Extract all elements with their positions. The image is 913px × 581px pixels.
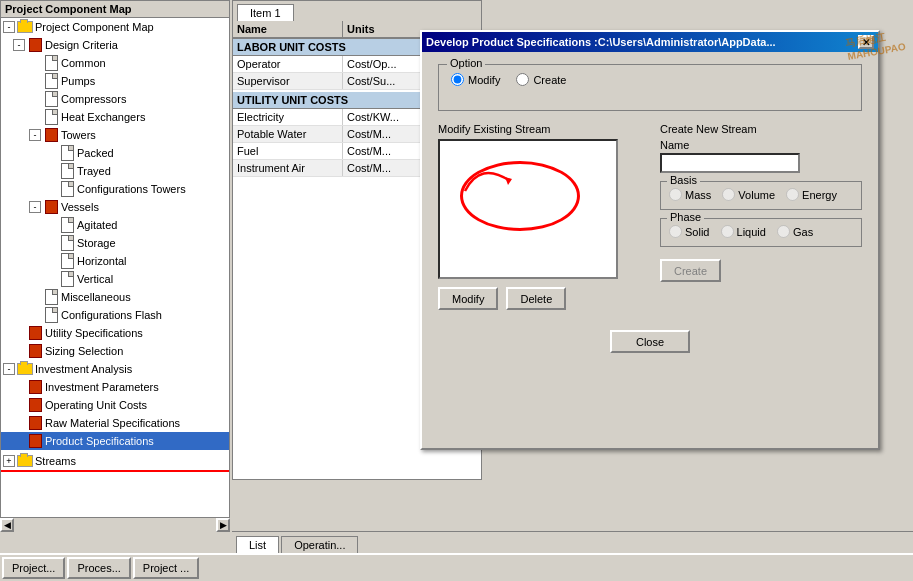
project2-taskbar-btn[interactable]: Project ... [133,557,199,579]
solid-radio [669,225,682,238]
modal-close-button[interactable]: ✕ [858,35,874,49]
stream-name-input[interactable] [660,153,800,173]
project-taskbar-btn[interactable]: Project... [2,557,65,579]
process-taskbar-btn[interactable]: Proces... [67,557,130,579]
stream-annotation-svg [440,141,616,277]
close-button-row: Close [438,330,862,353]
create-radio[interactable] [516,73,529,86]
modify-option[interactable]: Modify [451,73,500,86]
create-btn-container: Create [660,259,862,282]
operating-tab[interactable]: Operatin... [281,536,358,553]
bottom-tabs-bar: List Operatin... [232,531,913,553]
volume-option[interactable]: Volume [722,188,775,201]
phase-label: Phase [667,211,704,223]
modal-title: Develop Product Specifications :C:\Users… [426,36,776,48]
close-button[interactable]: Close [610,330,690,353]
mass-radio [669,188,682,201]
mass-option[interactable]: Mass [669,188,711,201]
option-radio-group: Modify Create [451,73,849,86]
svg-marker-0 [505,177,512,185]
create-button[interactable]: Create [660,259,721,282]
option-label: Option [447,57,485,69]
modify-radio[interactable] [451,73,464,86]
liquid-option[interactable]: Liquid [721,225,766,238]
stream-box[interactable] [438,139,618,279]
option-section: Option Modify Create [438,64,862,111]
energy-radio [786,188,799,201]
energy-option[interactable]: Energy [786,188,837,201]
volume-radio [722,188,735,201]
modify-button[interactable]: Modify [438,287,498,310]
name-label: Name [660,139,862,151]
taskbar: Project... Proces... Project ... [0,553,913,581]
basis-label: Basis [667,174,700,186]
modify-stream-label: Modify Existing Stream [438,123,640,135]
modal-dialog: Develop Product Specifications :C:\Users… [420,30,880,450]
create-option[interactable]: Create [516,73,566,86]
solid-option[interactable]: Solid [669,225,709,238]
create-stream-label: Create New Stream [660,123,862,135]
list-tab[interactable]: List [236,536,279,553]
modal-titlebar: Develop Product Specifications :C:\Users… [422,32,878,52]
modal-overlay: Develop Product Specifications :C:\Users… [0,0,913,581]
gas-radio [777,225,790,238]
gas-option[interactable]: Gas [777,225,813,238]
delete-button[interactable]: Delete [506,287,566,310]
basis-section: Basis Mass Volume Energy [660,181,862,210]
modify-delete-buttons: Modify Delete [438,287,640,310]
phase-section: Phase Solid Liquid Gas [660,218,862,247]
liquid-radio [721,225,734,238]
